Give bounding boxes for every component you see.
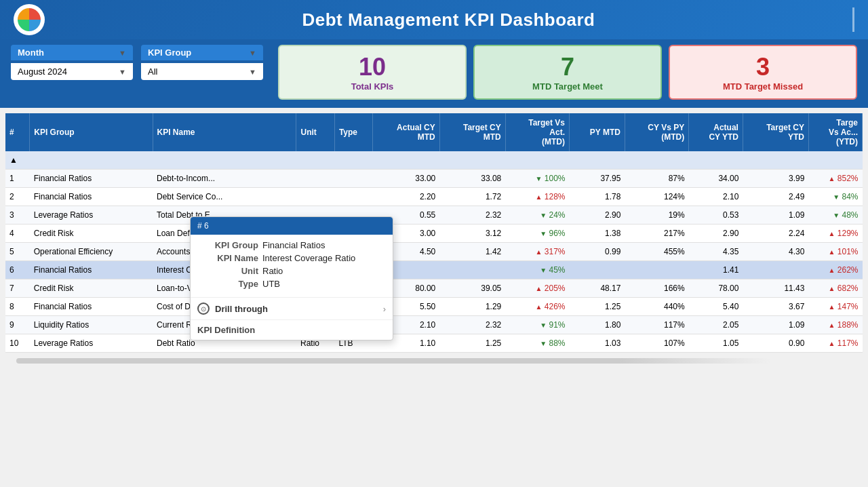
cell-cy-vs-py: 87%	[625, 170, 688, 188]
table-header-row: # KPI Group KPI Name Unit Type Actual CY…	[5, 113, 863, 151]
cell-tva: ▼ 24%	[505, 206, 569, 225]
cell-act-ytd: 4.35	[689, 243, 743, 261]
cell-cy-vs-py	[625, 261, 688, 279]
cell-py: 1.80	[569, 316, 625, 334]
cell-py: 37.95	[569, 170, 625, 188]
table-row[interactable]: 9 Liquidity Ratios Current Ratio Ratio U…	[5, 316, 863, 334]
month-chevron-icon: ▼	[119, 49, 126, 57]
cell-tvsa-ytd: ▲ 188%	[808, 316, 862, 334]
col-unit: Unit	[296, 113, 334, 151]
cell-target-cy: 1.29	[439, 298, 505, 316]
data-table: # KPI Group KPI Name Unit Type Actual CY…	[5, 113, 863, 353]
cell-name: Debt-to-Incom...	[153, 170, 296, 188]
cell-tgt-ytd: 11.43	[743, 279, 808, 298]
cell-group: Leverage Ratios	[30, 206, 153, 225]
cell-tvsa-ytd: ▲ 101%	[808, 243, 862, 261]
context-row-group: KPI Group Financial Ratios	[197, 240, 386, 250]
month-filter-label[interactable]: Month ▼	[11, 45, 133, 60]
cell-act-ytd: 5.40	[689, 298, 743, 316]
cell-cy-vs-py: 117%	[625, 316, 688, 334]
cell-num: 9	[5, 316, 30, 334]
kpi-group-filter-label[interactable]: KPI Group ▼	[141, 45, 263, 60]
cell-tva: ▲ 205%	[505, 279, 569, 298]
context-key-group: KPI Group	[197, 240, 258, 250]
cell-cy-vs-py: 455%	[625, 243, 688, 261]
table-row[interactable]: 8 Financial Ratios Cost of Debt (%) LTB …	[5, 298, 863, 316]
meet-kpi-label: MTD Target Meet	[532, 81, 603, 92]
cell-tvsa-ytd: ▲ 117%	[808, 334, 862, 353]
main-content: # KPI Group KPI Name Unit Type Actual CY…	[0, 108, 868, 364]
logo-icon	[18, 8, 41, 31]
table-row[interactable]: 5 Operational Efficiency Accounts Recei.…	[5, 243, 863, 261]
table-row[interactable]: 6 Financial Ratios Interest Cover... ▼ 4…	[5, 261, 863, 279]
cell-group: Credit Risk	[30, 225, 153, 243]
col-actual-cy: Actual CYMTD	[373, 113, 439, 151]
kpi-group-select-chevron-icon: ▼	[249, 68, 256, 76]
kpi-group-value: All	[148, 66, 157, 77]
month-value: August 2024	[18, 66, 67, 77]
cell-tvsa-ytd: ▼ 48%	[808, 206, 862, 225]
cell-act-ytd: 0.53	[689, 206, 743, 225]
sort-indicator-row: ▲	[5, 151, 863, 170]
missed-kpi-label: MTD Target Missed	[723, 81, 803, 92]
logo	[14, 4, 45, 35]
cell-act-ytd: 2.10	[689, 188, 743, 206]
cell-tgt-ytd: 3.99	[743, 170, 808, 188]
month-select[interactable]: August 2024 ▼	[11, 63, 133, 80]
table-row[interactable]: 7 Credit Risk Loan-to-Value Ratio (LTV) …	[5, 279, 863, 298]
table-row[interactable]: 2 Financial Ratios Debt Service Co... 2.…	[5, 188, 863, 206]
kpi-definition-section[interactable]: KPI Definition	[191, 319, 393, 340]
cell-unit	[296, 188, 334, 206]
cell-unit	[296, 170, 334, 188]
total-kpi-card: 10 Total KPIs	[278, 45, 467, 100]
cell-act-ytd: 2.05	[689, 316, 743, 334]
cell-num: 4	[5, 225, 30, 243]
cell-num: 2	[5, 188, 30, 206]
table-row[interactable]: 3 Leverage Ratios Total Debt to E... 0.5…	[5, 206, 863, 225]
cell-num: 1	[5, 170, 30, 188]
cell-tva: ▲ 317%	[505, 243, 569, 261]
cell-tgt-ytd: 2.24	[743, 225, 808, 243]
context-row-unit: Unit Ratio	[197, 266, 386, 276]
col-tva: Target VsAct.(MTD)	[505, 113, 569, 151]
drill-through-button[interactable]: ⊙ Drill through ›	[191, 297, 393, 319]
month-label: Month	[18, 47, 44, 58]
month-select-chevron-icon: ▼	[119, 68, 126, 76]
cell-target-cy: 2.32	[439, 316, 505, 334]
cell-group: Operational Efficiency	[30, 243, 153, 261]
drill-through-label: Drill through	[215, 304, 378, 314]
col-target-cy: Target CYMTD	[439, 113, 505, 151]
cell-cy-vs-py: 124%	[625, 188, 688, 206]
cell-target-cy: 1.42	[439, 243, 505, 261]
cell-cy-vs-py: 107%	[625, 334, 688, 353]
cell-tvsa-ytd: ▲ 147%	[808, 298, 862, 316]
cell-cy-vs-py: 166%	[625, 279, 688, 298]
cell-tgt-ytd: 1.09	[743, 316, 808, 334]
col-act-ytd: ActualCY YTD	[689, 113, 743, 151]
context-val-name: Interest Coverage Ratio	[262, 253, 355, 263]
context-menu-header: # 6	[191, 217, 393, 235]
total-kpi-label: Total KPIs	[351, 81, 394, 92]
app-header: Debt Management KPI Dashboard	[0, 0, 868, 39]
table-row[interactable]: 4 Credit Risk Loan Default Ra... 3.00 3.…	[5, 225, 863, 243]
context-val-type: UTB	[262, 279, 280, 289]
col-type: Type	[334, 113, 373, 151]
kpi-definition-label: KPI Definition	[197, 325, 255, 335]
cell-group: Credit Risk	[30, 279, 153, 298]
cell-act-ytd: 1.05	[689, 334, 743, 353]
cell-group: Liquidity Ratios	[30, 316, 153, 334]
kpi-group-label: KPI Group	[148, 47, 191, 58]
cell-group: Leverage Ratios	[30, 334, 153, 353]
table-row[interactable]: 10 Leverage Ratios Debt Ratio Ratio LTB …	[5, 334, 863, 353]
cell-py: 1.03	[569, 334, 625, 353]
kpi-group-select[interactable]: All ▼	[141, 63, 263, 80]
horizontal-scrollbar[interactable]	[16, 358, 770, 364]
cell-group: Financial Ratios	[30, 298, 153, 316]
meet-kpi-card: 7 MTD Target Meet	[473, 45, 662, 100]
missed-kpi-card: 3 MTD Target Missed	[669, 45, 857, 100]
col-num: #	[5, 113, 30, 151]
cell-tva: ▼ 91%	[505, 316, 569, 334]
table-row[interactable]: 1 Financial Ratios Debt-to-Incom... 33.0…	[5, 170, 863, 188]
cell-group: Financial Ratios	[30, 188, 153, 206]
cell-target-cy: 2.32	[439, 206, 505, 225]
